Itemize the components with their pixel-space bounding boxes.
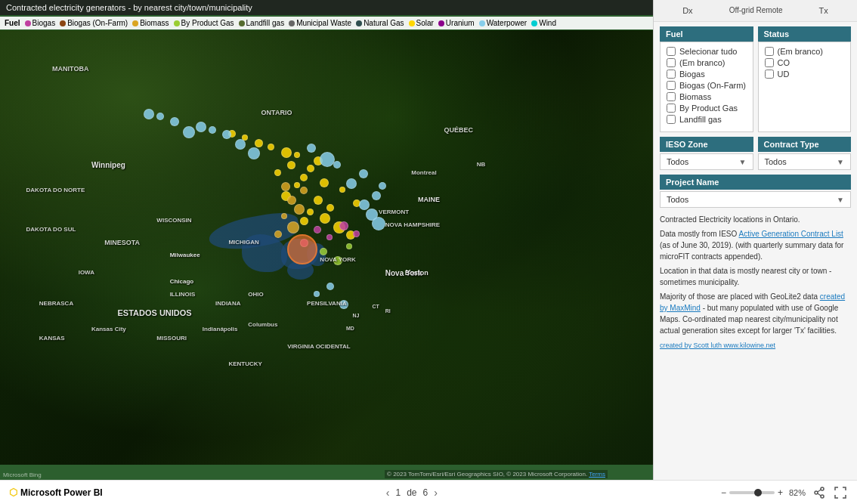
map-label-ohio: OHIO (248, 291, 263, 298)
byproduct-dot (174, 20, 180, 26)
generator-dot (320, 178, 329, 187)
fuel-embranco[interactable]: (Em branco) (667, 58, 747, 67)
bottom-left: ⬡ Microsoft Power BI (9, 487, 103, 498)
fuel-landfill[interactable]: Landfill gas (667, 115, 747, 124)
biogas-dot (25, 20, 31, 26)
fuel-byproduct[interactable]: By Product Gas (667, 104, 747, 113)
status-embranco[interactable]: (Em branco) (765, 47, 845, 56)
legend-landfill: Landfill gas (239, 19, 285, 27)
project-name-dropdown[interactable]: Todos ▼ (660, 191, 851, 208)
legend-municipal-label: Municipal Waste (296, 19, 351, 27)
zoom-plus[interactable]: + (778, 487, 783, 498)
attribution-link[interactable]: Terms (589, 471, 605, 478)
zoom-slider[interactable] (729, 491, 775, 494)
generator-dot (320, 213, 330, 224)
fuel-biogas[interactable]: Biogas (667, 70, 747, 79)
generator-dot (326, 234, 333, 240)
next-page-button[interactable]: › (434, 487, 438, 499)
generator-dot (274, 230, 282, 238)
share-button[interactable] (812, 485, 827, 500)
zoom-thumb (754, 489, 762, 496)
fuel-biomass[interactable]: Biomass (667, 92, 747, 101)
tab-dx[interactable]: Dx (679, 5, 695, 17)
info-line3: Location in that data is mostly nearest … (660, 265, 851, 288)
status-ud-checkbox[interactable] (765, 70, 774, 79)
generator-dot (372, 191, 381, 200)
map-label-manitoba: MANITOBA (52, 65, 88, 73)
fullscreen-button[interactable] (833, 485, 848, 500)
fuel-biogas-checkbox[interactable] (667, 70, 676, 79)
contract-type-arrow: ▼ (837, 158, 844, 166)
map-label-nebraska: NEBRASCA (39, 300, 73, 307)
status-co-checkbox[interactable] (765, 58, 774, 67)
fuel-embranco-checkbox[interactable] (667, 58, 676, 67)
info-line4: Majority of those are placed with GeoLit… (660, 291, 851, 336)
ieso-contract-row: IESO Zone Todos ▼ Contract Type Todos ▼ (660, 137, 851, 170)
wind-dot (531, 20, 537, 26)
project-name-value: Todos (667, 195, 688, 204)
generator-dot (248, 147, 260, 159)
map-background[interactable]: MANITOBA ONTARIO QUÉBEC Winnipeg MINESOT… (0, 30, 653, 465)
map-title-bar: Contracted electricity generators - by n… (0, 0, 653, 15)
svg-point-2 (821, 495, 824, 498)
generator-dot (209, 126, 216, 134)
status-co[interactable]: CO (765, 58, 845, 67)
fuel-legend-label: Fuel (5, 19, 20, 27)
legend-naturalgas: Natural Gas (356, 19, 404, 27)
status-filter: Status (Em branco) CO UD (758, 26, 852, 132)
contract-type-value: Todos (765, 157, 787, 166)
bottom-bar: ⬡ Microsoft Power BI ‹ 1 de 6 › − + 82% (0, 480, 857, 504)
fuel-byproduct-checkbox[interactable] (667, 104, 676, 113)
generator-dot (346, 243, 352, 249)
status-embranco-checkbox[interactable] (765, 47, 774, 56)
tab-offgrid[interactable]: Off-grid Remote (726, 5, 786, 17)
generator-dot (196, 122, 206, 132)
legend-biogas-farm-label: Biogas (On-Farm) (67, 19, 128, 27)
generator-dot (294, 152, 300, 158)
author-link[interactable]: created by Scott luth www.kilowine.net (660, 342, 775, 349)
map-label-quebec: QUÉBEC (444, 126, 474, 134)
ieso-zone-arrow: ▼ (739, 158, 747, 166)
map-label-michigan: MICHIGAN (228, 239, 258, 246)
generator-dot (287, 221, 299, 233)
zoom-minus[interactable]: − (721, 487, 726, 498)
generator-dot (300, 187, 308, 194)
generator-dot (379, 182, 386, 190)
map-label-indiana: INDIANA (215, 300, 240, 307)
tab-tx[interactable]: Tx (816, 5, 831, 17)
generator-dot (274, 169, 281, 176)
map-label-us: ESTADOS UNIDOS (118, 308, 192, 317)
svg-point-1 (815, 491, 818, 494)
status-ud[interactable]: UD (765, 70, 845, 79)
map-label-iowa: IOWA (79, 269, 94, 276)
fuel-landfill-checkbox[interactable] (667, 115, 676, 124)
legend-biomass-label: Biomass (140, 19, 169, 27)
generator-dot (156, 113, 164, 120)
fuel-select-all[interactable]: Selecionar tudo (667, 47, 747, 56)
maxmind-link[interactable]: created by MaxMind (660, 292, 845, 312)
fuel-biogas-farm-checkbox[interactable] (667, 81, 676, 90)
fuel-biogas-farm[interactable]: Biogas (On-Farm) (667, 81, 747, 90)
legend-uranium-label: Uranium (446, 19, 475, 27)
contract-type-filter: Contract Type Todos ▼ (758, 137, 852, 170)
filter-row: Fuel Selecionar tudo (Em branco) Biog (660, 26, 851, 132)
generator-dot (268, 144, 274, 150)
svg-line-4 (818, 493, 821, 496)
fuel-select-all-checkbox[interactable] (667, 47, 676, 56)
generator-dot (320, 248, 327, 255)
ieso-zone-header: IESO Zone (660, 137, 753, 152)
prev-page-button[interactable]: ‹ (386, 487, 390, 499)
municipal-dot (289, 20, 295, 26)
info-line5: created by Scott luth www.kilowine.net (660, 341, 851, 351)
generator-dot (372, 217, 385, 230)
fuel-biomass-checkbox[interactable] (667, 92, 676, 101)
info-text-block: Contracted Electricity locations in Onta… (654, 208, 857, 357)
svg-point-0 (821, 487, 824, 490)
contract-type-dropdown[interactable]: Todos ▼ (758, 153, 852, 170)
map-label-ri: RI (385, 308, 391, 314)
generator-dot (353, 230, 360, 237)
ieso-zone-dropdown[interactable]: Todos ▼ (660, 153, 753, 170)
map-label-md: MD (346, 326, 354, 331)
ieso-link[interactable]: Active Generation Contract List (738, 230, 843, 238)
map-label-kansas-city: Kansas City (91, 326, 126, 332)
